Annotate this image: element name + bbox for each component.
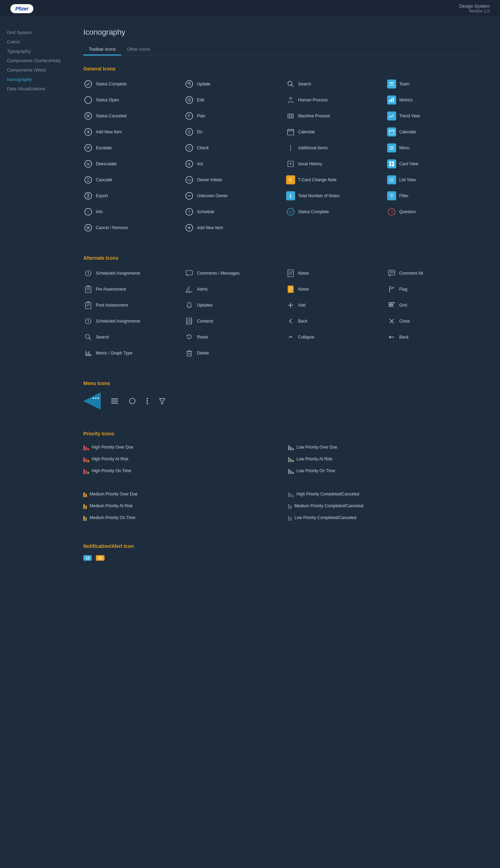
icon-metrics: Metrics [387, 94, 486, 106]
priority-low-ontime-bars [288, 468, 294, 474]
svg-point-36 [290, 148, 291, 149]
icon-additional-items: Additional Items [286, 142, 385, 154]
deescalate-label: Deescalate [96, 161, 117, 166]
status-open-icon [83, 95, 93, 105]
svg-rect-126 [90, 354, 91, 356]
svg-point-132 [130, 398, 135, 404]
sidebar-item-typography[interactable]: Typography [7, 47, 62, 56]
icon-status-complete2: Status Complete [286, 206, 385, 218]
icon-post-assess: Post Assessment [83, 299, 183, 311]
priority-high-overdue-bars [83, 444, 89, 450]
search-icon [286, 79, 295, 89]
priority-high-overdue-label: High Priority Over Due [92, 445, 133, 450]
priority-low-completed: Low Priority Completed/Canceled [288, 513, 486, 522]
icon-notes-yellow: Notes [286, 283, 385, 295]
triangle-menu-icon [83, 392, 101, 410]
header: Pfizer Design System Version 1.0 [0, 0, 500, 17]
menu-icon-vert-dots [147, 398, 148, 404]
sidebar-item-components-surface[interactable]: Components (SurfaceHub) [7, 56, 62, 65]
trend-view-label: Trend View [399, 114, 420, 118]
svg-point-4 [390, 82, 391, 84]
priority-low-overdue: Low Priority Over Due [288, 443, 486, 452]
cascade-label: Cascade [96, 177, 112, 182]
add-new-label: Add New Item [96, 130, 122, 134]
update-label: Update [197, 82, 210, 86]
svg-text:P: P [188, 114, 191, 118]
human-process-icon [286, 95, 295, 105]
sidebar-item-colors[interactable]: Colors [7, 37, 62, 47]
collapse-icon [286, 332, 295, 342]
calendar-label: Calendar [298, 130, 315, 134]
menu-label: Menu [399, 145, 410, 150]
status-open-label: Status Open [96, 98, 119, 102]
priority-med-overdue-bars [83, 491, 87, 497]
updates-bell-label: Updates [197, 303, 212, 308]
icon-card-view: Card View [387, 158, 486, 170]
general-icons-title: General Icons [83, 66, 486, 72]
svg-point-7 [186, 97, 193, 103]
trend-view-icon [387, 111, 397, 121]
svg-point-51 [85, 176, 92, 183]
sidebar-item-components-web[interactable]: Components (Web) [7, 65, 62, 75]
priority-med-overdue: Medium Priority Over Due [83, 490, 281, 499]
svg-rect-9 [389, 100, 390, 102]
svg-text:C: C [188, 146, 191, 150]
edit-icon [184, 95, 194, 105]
icon-back-chev: Back [286, 315, 385, 327]
icon-delete: Delete [184, 347, 284, 359]
metrics-label: Metrics [399, 98, 413, 102]
svg-point-37 [290, 150, 291, 151]
icon-unknown-owner: Unknown Owner [184, 190, 284, 202]
svg-line-120 [89, 338, 91, 340]
contacts-icon [184, 316, 194, 326]
notes-yellow-label: Notes [298, 287, 309, 292]
sidebar-item-iconography[interactable]: Iconography [7, 75, 62, 84]
search2-label: Search [96, 335, 109, 340]
notification-icons-title: Notification/Alert Icon [83, 543, 486, 549]
sidebar-item-data-viz[interactable]: Data Visualizations [7, 84, 62, 93]
icon-empty2 [387, 222, 486, 234]
svg-rect-49 [389, 164, 391, 166]
team-label: Team [399, 82, 409, 86]
icon-updates-bell: Updates [184, 299, 284, 311]
icon-owner-initials: YV Owner Initials [184, 174, 284, 186]
section-divider-1 [83, 244, 486, 245]
icon-close-x: Close [387, 315, 486, 327]
icon-list-view: List View [387, 174, 486, 186]
do-label: Do [197, 130, 202, 134]
metric-graph-icon [83, 348, 93, 358]
svg-point-1 [186, 81, 193, 87]
comments-icon [184, 268, 194, 278]
icon-sched-assign2: Scheduled Assignments [83, 315, 183, 327]
icon-search: Search [286, 78, 385, 90]
additional-items-icon [286, 143, 295, 153]
unknown-owner-label: Unknown Owner [197, 193, 228, 198]
svg-text:?: ? [391, 210, 393, 214]
menu-icon-triangle [83, 392, 101, 410]
icon-notes-doc: Notes [286, 267, 385, 279]
icon-search2: Search [83, 331, 183, 343]
status-complete-label: Status Complete [96, 82, 127, 86]
sched-assign-label: Scheduled Assignments [96, 271, 140, 276]
icon-act: A Act [184, 158, 284, 170]
sidebar-item-grid-system[interactable]: Grid System [7, 28, 62, 37]
svg-rect-48 [392, 161, 394, 164]
plan-label: Plan [197, 114, 205, 118]
svg-point-57 [389, 178, 390, 179]
notes-yellow-icon [286, 284, 295, 294]
svg-rect-108 [394, 302, 394, 303]
icon-issue-history: Issue History [286, 158, 385, 170]
icon-export: Export [83, 190, 183, 202]
back-arr-icon [387, 332, 397, 342]
icon-back-arr: Back [387, 331, 486, 343]
sched-assign2-label: Scheduled Assignments [96, 319, 140, 324]
tab-bar: Toolbar Icons Other Icons [83, 44, 486, 56]
priority-med-completed-bars [288, 503, 292, 509]
alternate-icons-title: Alternate Icons [83, 255, 486, 261]
tab-other-icons[interactable]: Other Icons [121, 44, 156, 55]
tab-toolbar-icons[interactable]: Toolbar Icons [83, 44, 121, 55]
pre-assess-icon [83, 284, 93, 294]
svg-rect-11 [393, 98, 394, 102]
search-label: Search [298, 82, 311, 86]
filter-label: Filter [399, 193, 409, 198]
